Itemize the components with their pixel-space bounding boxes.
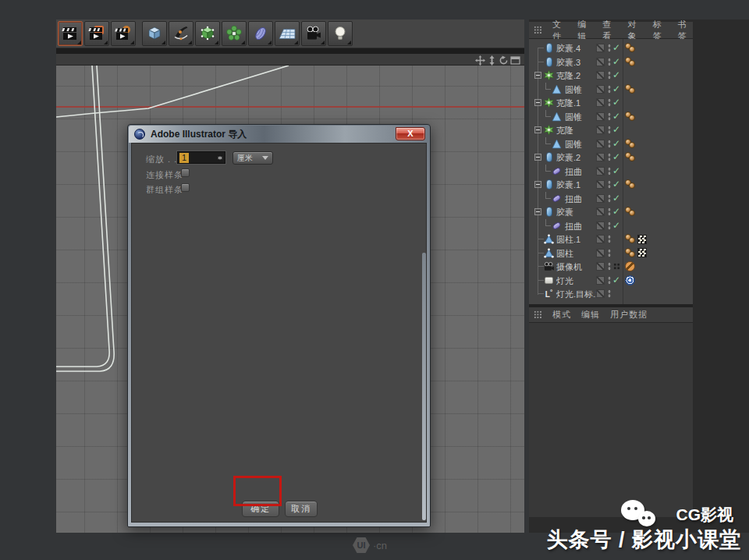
object-name[interactable]: 克隆 <box>556 125 573 136</box>
layer-toggle[interactable] <box>596 44 605 52</box>
collapse-toggle[interactable] <box>534 181 541 188</box>
object-row[interactable]: 胶囊.1✓ <box>529 178 693 192</box>
visibility-dots[interactable] <box>608 222 611 230</box>
target-tag[interactable] <box>625 275 635 285</box>
collapse-toggle[interactable] <box>534 72 541 79</box>
object-name[interactable]: 胶囊 <box>556 207 573 218</box>
layer-toggle[interactable] <box>596 180 605 189</box>
material-tag[interactable] <box>625 84 636 94</box>
panel-grid-icon[interactable] <box>534 26 542 34</box>
layer-toggle[interactable] <box>596 289 605 298</box>
zoom-view-icon[interactable] <box>487 55 497 65</box>
menu-bookmarks[interactable]: 书签 <box>678 19 693 42</box>
render-view-button[interactable] <box>58 21 83 46</box>
object-name[interactable]: 胶囊.1 <box>556 179 580 191</box>
object-name[interactable]: 圆柱 <box>556 248 573 260</box>
object-name[interactable]: 摄像机 <box>556 261 582 273</box>
material-tag[interactable] <box>625 57 636 67</box>
enable-check-icon[interactable]: ✓ <box>612 124 620 135</box>
layer-toggle[interactable] <box>596 167 605 175</box>
add-mograph-button[interactable] <box>222 21 247 46</box>
menu-userdata[interactable]: 用户数据 <box>610 309 648 321</box>
material-tag[interactable] <box>625 112 636 122</box>
object-name[interactable]: 圆锥 <box>565 84 582 96</box>
visibility-dots[interactable] <box>608 44 611 52</box>
object-row[interactable]: 圆锥✓ <box>529 83 693 97</box>
object-name[interactable]: 克隆.2 <box>556 70 580 82</box>
enable-check-icon[interactable]: ✓ <box>612 56 620 67</box>
material-tag[interactable] <box>625 139 636 149</box>
object-row[interactable]: 胶囊✓ <box>529 205 693 219</box>
menu-tags[interactable]: 标签 <box>653 19 668 42</box>
layer-toggle[interactable] <box>596 276 605 285</box>
layer-toggle[interactable] <box>596 126 605 134</box>
object-name[interactable]: 灯光.目标.1 <box>556 289 600 300</box>
layer-toggle[interactable] <box>596 262 605 271</box>
add-primitive-button[interactable] <box>142 21 167 46</box>
layer-toggle[interactable] <box>596 207 605 216</box>
enable-check-icon[interactable]: ✓ <box>612 275 620 285</box>
object-name[interactable]: 圆锥 <box>565 139 582 151</box>
collapse-toggle[interactable] <box>534 154 541 161</box>
visibility-dots[interactable] <box>608 180 611 189</box>
visibility-dots[interactable] <box>608 194 611 203</box>
visibility-dots[interactable] <box>608 276 611 285</box>
panel-grid-icon[interactable] <box>534 310 542 319</box>
enable-check-icon[interactable]: ✓ <box>612 69 620 80</box>
render-picture-viewer-button[interactable] <box>84 21 109 46</box>
object-row[interactable]: 胶囊.2✓ <box>529 151 693 165</box>
object-name[interactable]: 圆柱.1 <box>556 234 580 246</box>
visibility-dots[interactable] <box>608 235 611 243</box>
visibility-dots[interactable] <box>608 289 611 298</box>
layer-toggle[interactable] <box>596 112 605 121</box>
visibility-dots[interactable] <box>608 262 611 271</box>
enable-check-icon[interactable]: ✓ <box>612 138 620 149</box>
object-row[interactable]: 摄像机 <box>529 260 693 274</box>
material-tag[interactable] <box>625 179 636 190</box>
layer-toggle[interactable] <box>596 235 605 243</box>
object-row[interactable]: 胶囊.3✓ <box>529 55 693 69</box>
visibility-dots[interactable] <box>608 167 611 175</box>
material-tag[interactable] <box>625 43 636 53</box>
add-camera-button[interactable] <box>301 21 326 46</box>
menu-objects[interactable]: 对象 <box>628 19 643 42</box>
object-name[interactable]: 克隆.1 <box>556 97 580 109</box>
collapse-toggle[interactable] <box>534 208 541 215</box>
layer-toggle[interactable] <box>596 194 605 203</box>
add-deformer-button[interactable] <box>248 21 273 46</box>
toggle-view-layout-icon[interactable] <box>510 55 520 65</box>
object-row[interactable]: 克隆✓ <box>529 123 693 137</box>
enable-check-icon[interactable]: ✓ <box>612 193 620 204</box>
layer-toggle[interactable] <box>596 222 605 230</box>
enable-check-icon[interactable]: ✓ <box>612 83 620 94</box>
layer-toggle[interactable] <box>596 249 605 257</box>
layer-toggle[interactable] <box>596 71 605 80</box>
object-name[interactable]: 扭曲 <box>565 221 582 232</box>
object-row[interactable]: 克隆.2✓ <box>529 69 693 83</box>
dialog-titlebar[interactable]: Adobe Illustrator 导入 X <box>129 126 429 143</box>
enable-check-icon[interactable]: ✓ <box>612 111 620 122</box>
spinner-arrows-icon[interactable] <box>217 154 223 162</box>
layer-toggle[interactable] <box>596 58 605 66</box>
render-settings-button[interactable] <box>111 21 136 46</box>
spline-pen-button[interactable] <box>169 21 193 46</box>
object-row[interactable]: 扭曲✓ <box>529 219 693 233</box>
enable-check-icon[interactable]: ✓ <box>612 165 620 176</box>
object-row[interactable]: L°灯光.目标.1 <box>529 287 693 301</box>
pan-view-icon[interactable] <box>475 55 485 65</box>
cancel-button[interactable]: 取消 <box>285 501 318 517</box>
camera-toggle-icon[interactable] <box>613 263 620 270</box>
object-name[interactable]: 灯光 <box>556 275 573 287</box>
object-name[interactable]: 扭曲 <box>565 193 582 205</box>
material-tag[interactable] <box>625 207 636 217</box>
object-name[interactable]: 胶囊.4 <box>556 43 580 55</box>
collapse-toggle[interactable] <box>534 99 541 106</box>
visibility-dots[interactable] <box>608 207 611 216</box>
unit-dropdown[interactable]: 厘米 <box>233 151 273 165</box>
enable-check-icon[interactable]: ✓ <box>612 206 620 217</box>
enable-check-icon[interactable]: ✓ <box>612 42 620 53</box>
menu-mode[interactable]: 模式 <box>552 309 571 321</box>
object-row[interactable]: 圆锥✓ <box>529 137 693 151</box>
layer-toggle[interactable] <box>596 85 605 94</box>
menu-edit[interactable]: 编辑 <box>577 19 592 42</box>
